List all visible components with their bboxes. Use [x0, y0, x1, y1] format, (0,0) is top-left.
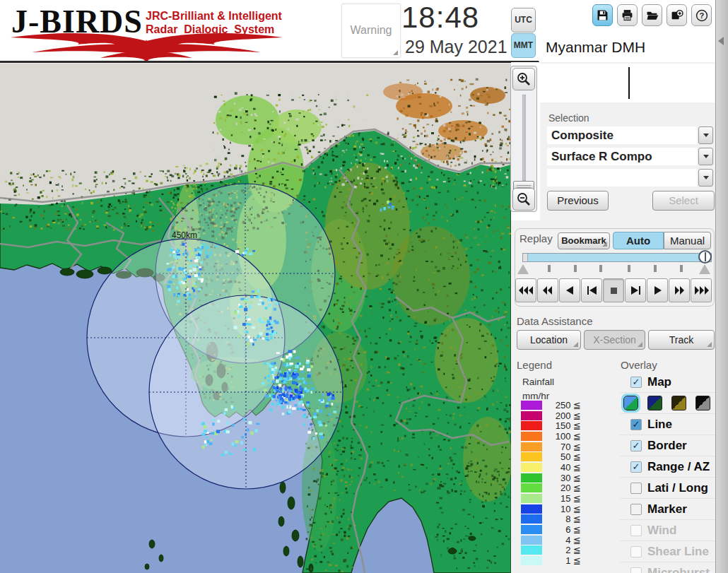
legend-row: 40 ≦ — [521, 462, 585, 473]
border-checkbox[interactable]: ✓ — [630, 440, 642, 451]
bookmark-button[interactable]: Bookmark — [558, 232, 610, 249]
zoom-slider-track[interactable] — [522, 95, 526, 181]
range-start-marker[interactable] — [517, 264, 529, 274]
legend-value: 6 ≦ — [542, 524, 581, 535]
legend-row: 50 ≦ — [521, 451, 585, 462]
legend-value: 2 ≦ — [542, 545, 581, 555]
fast-rewind-2-button[interactable] — [537, 278, 558, 302]
playback-controls — [515, 278, 712, 302]
category-dropdown-button[interactable] — [698, 126, 713, 144]
range-end-marker[interactable] — [699, 264, 710, 274]
wind-checkbox — [630, 525, 642, 536]
zoom-out-button[interactable] — [512, 188, 535, 211]
help-button[interactable]: ? — [691, 4, 712, 26]
legend-color-swatch — [521, 473, 542, 483]
map-zoom-control — [510, 66, 537, 212]
overlay-row: ✓Map — [620, 372, 715, 392]
overlay-row: Wind — [620, 519, 715, 540]
previous-button[interactable]: Previous — [547, 191, 609, 211]
play-backward-button[interactable] — [559, 278, 580, 302]
warning-label: Warning — [342, 24, 400, 37]
marker-checkbox[interactable] — [630, 504, 642, 515]
replay-slider-track[interactable] — [522, 253, 712, 262]
slider-tick — [548, 265, 551, 272]
overlay-item-label: Wind — [647, 524, 676, 538]
legend-color-swatch — [521, 514, 542, 524]
play-backward-icon — [562, 285, 578, 295]
overlay-label: Overlay — [621, 359, 657, 371]
toolbar: ? — [592, 4, 712, 26]
category-dropdown-value[interactable]: Composite — [547, 126, 697, 144]
slider-tick — [628, 265, 630, 272]
zoom-in-button[interactable] — [512, 68, 535, 90]
new-window-button[interactable] — [667, 4, 687, 26]
legend-row: 30 ≦ — [521, 473, 585, 483]
map-style-swatch[interactable] — [623, 396, 638, 410]
option-dropdown-button[interactable] — [698, 169, 713, 187]
utc-button[interactable]: UTC — [511, 8, 536, 33]
auto-mode-button[interactable]: Auto — [613, 232, 664, 249]
legend-value: 70 ≦ — [542, 442, 581, 452]
play-forward-icon — [650, 285, 666, 295]
fast-rewind-3-button[interactable] — [515, 278, 536, 302]
overlay-row: ✓Border — [620, 435, 715, 456]
manual-mode-button[interactable]: Manual — [664, 232, 711, 249]
select-button[interactable]: Select — [652, 191, 715, 211]
location-button[interactable]: Location — [517, 330, 581, 350]
fast-forward-3-button[interactable] — [691, 278, 712, 302]
legend-color-swatch — [521, 536, 542, 545]
clock-time: 18:48 — [401, 1, 479, 35]
warning-panel[interactable]: Warning — [341, 4, 401, 58]
legend-value: 10 ≦ — [542, 504, 581, 514]
step-backward-icon — [584, 285, 600, 295]
legend-color-swatch — [521, 401, 542, 410]
legend-row: 15 ≦ — [521, 493, 585, 504]
panel-collapse-rail[interactable] — [715, 0, 728, 573]
radar-map[interactable]: 450km — [0, 64, 511, 573]
stop-button[interactable] — [603, 278, 624, 302]
mmt-button[interactable]: MMT — [511, 33, 536, 58]
legend-row: 70 ≦ — [521, 442, 585, 452]
legend-color-swatch — [521, 556, 542, 565]
replay-slider-handle[interactable] — [698, 250, 712, 264]
overlay-item-label: Map — [647, 375, 671, 389]
legend-color-swatch — [521, 452, 542, 461]
overlay-item-label: Border — [647, 439, 687, 453]
station-info-box[interactable] — [540, 64, 715, 102]
legend-row: 10 ≦ — [521, 504, 585, 514]
slider-tick — [680, 265, 683, 272]
slider-tick — [574, 265, 577, 272]
line-checkbox[interactable]: ✓ — [630, 419, 642, 430]
legend-color-swatch — [521, 442, 542, 451]
collapse-arrow-icon[interactable] — [718, 37, 724, 45]
clock-date: 29 May 2021 — [405, 37, 507, 57]
chevron-down-icon — [703, 134, 709, 137]
map-checkbox[interactable]: ✓ — [630, 377, 642, 388]
map-style-swatch[interactable] — [695, 396, 710, 410]
product-dropdown-value[interactable]: Surface R Compo — [547, 148, 697, 165]
track-button[interactable]: Track — [648, 330, 715, 350]
play-forward-button[interactable] — [647, 278, 668, 302]
option-dropdown-value[interactable] — [547, 169, 697, 187]
map-style-swatch[interactable] — [671, 396, 686, 410]
overlay-item-label: Shear Line — [647, 545, 709, 559]
save-button[interactable] — [592, 4, 613, 26]
lati-long-checkbox[interactable] — [630, 483, 642, 494]
print-button[interactable] — [617, 4, 638, 26]
map-style-swatch[interactable] — [647, 396, 662, 410]
fast-forward-2-button[interactable] — [669, 278, 690, 302]
legend-rows: 250 ≦200 ≦150 ≦100 ≦70 ≦50 ≦40 ≦30 ≦20 ≦… — [521, 400, 585, 566]
range-az-checkbox[interactable]: ✓ — [630, 461, 642, 473]
overlay-item-label: Microburst — [647, 566, 710, 573]
step-backward-button[interactable] — [581, 278, 602, 302]
open-file-button[interactable] — [642, 4, 662, 26]
x-section-button[interactable]: X-Section — [584, 330, 645, 350]
legend-color-swatch — [521, 525, 542, 534]
legend-color-swatch — [521, 545, 542, 555]
overlay-item-label: Range / AZ — [647, 460, 710, 474]
legend-color-swatch — [521, 432, 542, 441]
step-forward-icon — [628, 285, 644, 295]
step-forward-button[interactable] — [625, 278, 646, 302]
print-icon — [621, 9, 633, 21]
product-dropdown-button[interactable] — [698, 148, 713, 165]
